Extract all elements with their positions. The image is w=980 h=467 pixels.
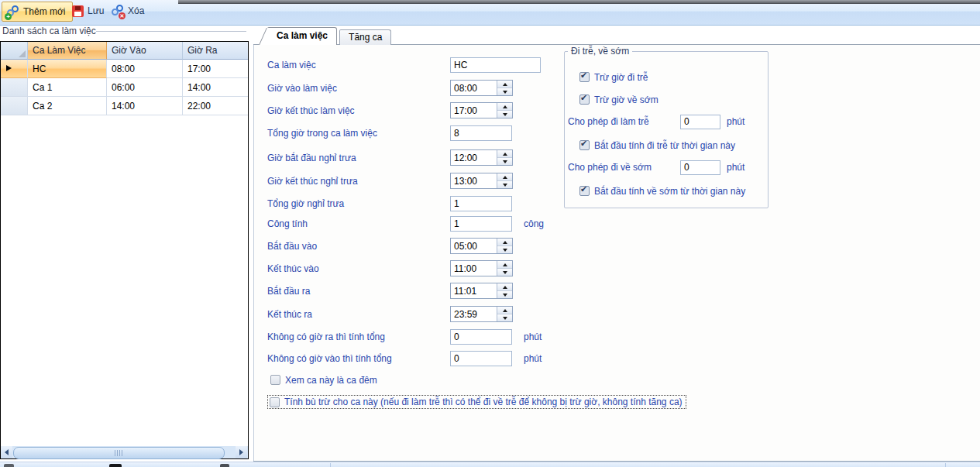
save-button[interactable]: Lưu [68, 2, 110, 20]
allow-late-input[interactable] [680, 115, 720, 129]
field-row-bat-dau-nghi-trua: Giờ bắt đầu nghỉ trưa [267, 149, 513, 166]
scroll-right-arrow[interactable] [236, 446, 247, 458]
ca-lam-viec-input[interactable] [450, 57, 541, 73]
spin-down-button[interactable] [497, 246, 512, 253]
gio-ket-thuc-input[interactable] [451, 103, 497, 118]
field-label: Không có giờ vào thì tính tổng [267, 353, 450, 364]
allow-late-row: Cho phép đi làm trễ phút [568, 114, 744, 129]
taskbar-icon[interactable] [220, 464, 229, 467]
taskbar-icon[interactable] [4, 464, 14, 467]
spin-buttons [497, 150, 512, 165]
field-row-bat-dau-vao: Bắt đầu vào [267, 238, 513, 254]
spin-up-button[interactable] [497, 239, 512, 246]
checkbox-label: Trừ giờ về sớm [594, 94, 658, 105]
status-separator [945, 463, 946, 467]
allow-early-input[interactable] [680, 160, 720, 175]
down-arrow-icon [503, 160, 507, 163]
spin-up-button[interactable] [497, 173, 512, 180]
spin-down-button[interactable] [497, 180, 512, 188]
table-row[interactable]: Ca 1 06:00 14:00 [1, 78, 248, 97]
cell-gio-ra: 17:00 [183, 60, 248, 78]
table-row[interactable]: Ca 2 14:00 22:00 [1, 97, 248, 115]
column-header-ca-lam-viec[interactable]: Ca Làm Việc [28, 42, 107, 60]
row-selector-cell [1, 60, 28, 78]
spin-up-button[interactable] [497, 283, 512, 290]
taskbar-icon[interactable] [109, 464, 122, 467]
early-from-time-checkbox[interactable]: ✔ Bắt đầu tính về sớm từ thời gian này [579, 185, 745, 197]
table-row[interactable]: HC 08:00 17:00 [1, 60, 248, 78]
tab-tang-ca[interactable]: Tăng ca [339, 29, 391, 45]
spin-down-button[interactable] [497, 157, 512, 165]
cong-tinh-input[interactable] [450, 216, 512, 232]
row-selector-cell [1, 97, 28, 115]
field-label: Ca làm việc [267, 60, 450, 70]
column-header-gio-vao[interactable]: Giờ Vào [107, 42, 183, 60]
spin-buttons [497, 283, 512, 298]
khong-gio-vao-input[interactable] [450, 351, 512, 366]
down-arrow-icon [503, 294, 507, 297]
add-new-button[interactable]: + Thêm mới [2, 2, 73, 22]
down-arrow-icon [503, 113, 507, 116]
field-label: Không có giờ ra thì tính tổng [267, 331, 450, 342]
ket-thuc-vao-input[interactable] [451, 261, 497, 276]
thumb-grip-icon [115, 450, 123, 456]
checkbox-checked-icon: ✔ [579, 186, 590, 196]
field-row-ca-lam-viec: Ca làm việc [267, 57, 541, 73]
khong-gio-ra-input[interactable] [450, 329, 512, 345]
checkbox-icon [270, 397, 280, 407]
up-arrow-icon [503, 263, 507, 266]
subtract-late-checkbox[interactable]: ✔ Trừ giờ đi trễ [579, 71, 648, 83]
phut-suffix: phút [727, 116, 744, 127]
phut-suffix: phút [727, 162, 744, 173]
ket-thuc-vao-spinner [450, 260, 513, 276]
spin-up-button[interactable] [497, 307, 512, 314]
night-shift-checkbox[interactable]: Xem ca này là ca đêm [270, 374, 377, 386]
corner-triangle-icon [19, 50, 26, 57]
checkbox-checked-icon: ✔ [579, 94, 590, 105]
spin-up-button[interactable] [497, 261, 512, 268]
tong-gio-nghi-trua-input[interactable] [450, 196, 512, 211]
spin-buttons [497, 103, 512, 118]
spin-up-button[interactable] [497, 103, 512, 110]
spin-down-button[interactable] [497, 110, 512, 118]
spin-down-button[interactable] [497, 290, 512, 298]
late-from-time-checkbox[interactable]: ✔ Bắt đầu tính đi trễ từ thời gian này [579, 139, 735, 151]
subtract-early-checkbox[interactable]: ✔ Trừ giờ về sớm [579, 94, 658, 105]
field-row-khong-gio-vao: Không có giờ vào thì tính tổng phút [267, 350, 542, 366]
bat-dau-nghi-trua-input[interactable] [451, 150, 497, 165]
gio-ket-thuc-spinner [450, 102, 513, 118]
gio-vao-spinner [450, 80, 513, 96]
spin-down-button[interactable] [497, 268, 512, 276]
compensate-checkbox[interactable]: Tính bù trừ cho ca này (nếu đi làm trễ t… [267, 395, 686, 409]
field-row-ket-thuc-vao: Kết thúc vào [267, 260, 513, 276]
tab-ca-lam-viec[interactable]: Ca làm việc [267, 27, 337, 45]
bat-dau-vao-input[interactable] [451, 239, 497, 253]
delete-label: Xóa [128, 5, 144, 16]
column-header-gio-ra[interactable]: Giờ Ra [183, 42, 248, 60]
gio-vao-input[interactable] [451, 81, 497, 95]
checkbox-checked-icon: ✔ [579, 140, 590, 150]
delete-button[interactable]: ✕ Xóa [107, 2, 150, 20]
field-row-khong-gio-ra: Không có giờ ra thì tính tổng phút [267, 328, 542, 345]
spin-down-button[interactable] [497, 88, 512, 95]
grid-corner-cell[interactable] [1, 42, 28, 60]
checkbox-label: Xem ca này là ca đêm [285, 375, 377, 386]
grid-horizontal-scrollbar[interactable] [1, 446, 248, 458]
spin-up-button[interactable] [497, 81, 512, 88]
spin-down-button[interactable] [497, 314, 512, 321]
scroll-left-arrow[interactable] [1, 446, 12, 458]
checkbox-icon [270, 375, 280, 385]
field-label: Bắt đầu vào [267, 241, 450, 252]
ket-thuc-nghi-trua-input[interactable] [451, 173, 497, 188]
ket-thuc-ra-input[interactable] [451, 307, 497, 321]
ket-thuc-nghi-trua-spinner [450, 173, 513, 189]
spin-up-button[interactable] [497, 150, 512, 157]
left-arrow-icon [5, 449, 9, 455]
field-label: Tổng giờ trong ca làm việc [267, 128, 450, 139]
status-separator [330, 463, 331, 467]
scrollbar-thumb[interactable] [13, 447, 225, 459]
bat-dau-ra-input[interactable] [451, 283, 497, 298]
field-label: Bắt đầu ra [267, 286, 450, 297]
tong-gio-ca-input[interactable] [450, 125, 512, 141]
ket-thuc-ra-spinner [450, 306, 513, 322]
